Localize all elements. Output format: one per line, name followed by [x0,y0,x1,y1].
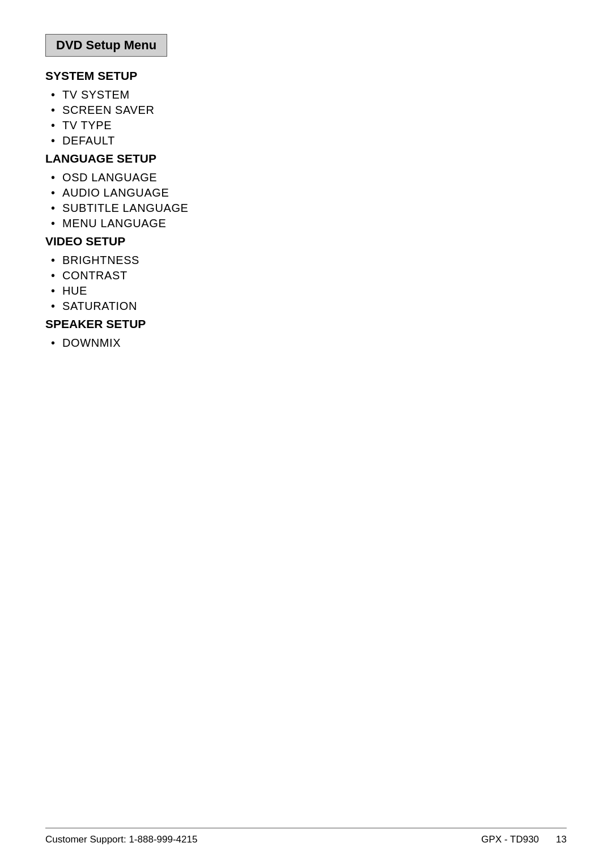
list-item: DOWNMIX [45,335,465,351]
section-system-setup: SYSTEM SETUP TV SYSTEM SCREEN SAVER TV T… [45,69,465,148]
dvd-setup-title: DVD Setup Menu [45,34,167,57]
footer-right: GPX - TD930 13 [481,834,567,845]
list-item: CONTRAST [45,268,465,283]
list-item: SATURATION [45,299,465,314]
section-speaker-setup: SPEAKER SETUP DOWNMIX [45,317,465,351]
list-item: TV SYSTEM [45,87,465,103]
video-setup-heading: VIDEO SETUP [45,235,465,248]
list-item: BRIGHTNESS [45,253,465,268]
list-item: OSD LANGUAGE [45,170,465,185]
list-item: DEFAULT [45,133,465,148]
list-item: AUDIO LANGUAGE [45,185,465,201]
list-item: SCREEN SAVER [45,103,465,118]
list-item: TV TYPE [45,118,465,133]
section-video-setup: VIDEO SETUP BRIGHTNESS CONTRAST HUE SATU… [45,235,465,314]
video-setup-list: BRIGHTNESS CONTRAST HUE SATURATION [45,253,465,314]
speaker-setup-list: DOWNMIX [45,335,465,351]
language-setup-heading: LANGUAGE SETUP [45,152,465,165]
language-setup-list: OSD LANGUAGE AUDIO LANGUAGE SUBTITLE LAN… [45,170,465,231]
customer-support-text: Customer Support: 1-888-999-4215 [45,834,197,845]
list-item: MENU LANGUAGE [45,216,465,231]
system-setup-heading: SYSTEM SETUP [45,69,465,83]
model-text: GPX - TD930 [481,834,539,845]
page-content: DVD Setup Menu SYSTEM SETUP TV SYSTEM SC… [0,0,510,388]
list-item: HUE [45,283,465,299]
system-setup-list: TV SYSTEM SCREEN SAVER TV TYPE DEFAULT [45,87,465,148]
section-language-setup: LANGUAGE SETUP OSD LANGUAGE AUDIO LANGUA… [45,152,465,231]
list-item: SUBTITLE LANGUAGE [45,201,465,216]
speaker-setup-heading: SPEAKER SETUP [45,317,465,331]
page-footer: Customer Support: 1-888-999-4215 GPX - T… [45,828,567,845]
page-number: 13 [556,834,567,845]
